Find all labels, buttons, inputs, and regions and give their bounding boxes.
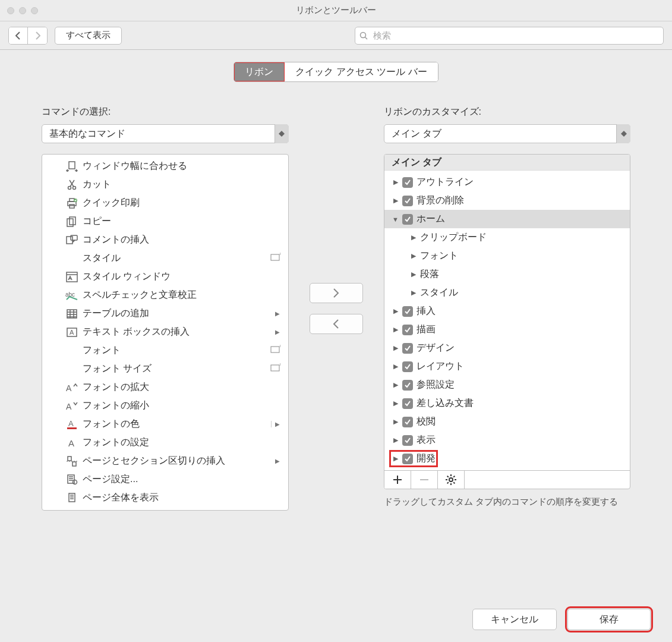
command-item[interactable]: フォントI xyxy=(42,341,288,360)
back-button[interactable] xyxy=(9,27,28,44)
command-item[interactable]: コピー xyxy=(42,212,288,231)
disclosure-triangle-right-icon[interactable]: ▶ xyxy=(392,418,400,426)
checkbox[interactable] xyxy=(402,214,413,225)
ribbon-tree-label: レイアウト xyxy=(417,360,464,373)
svg-text:A: A xyxy=(68,419,74,428)
command-item-label: テーブルの追加 xyxy=(83,307,149,320)
ribbon-tree-row[interactable]: ▶アウトライン xyxy=(384,173,630,191)
settings-button[interactable] xyxy=(438,471,465,489)
command-item[interactable]: ページ設定... xyxy=(42,470,288,489)
command-item[interactable]: Aフォントの色▶ xyxy=(42,415,288,433)
command-item[interactable]: abcスペルチェックと文章校正 xyxy=(42,286,288,304)
commands-list[interactable]: ウィンドウ幅に合わせるカットクイック印刷コピーコメントの挿入スタイルIスタイル … xyxy=(42,154,289,511)
ribbon-tree-row[interactable]: ▶フォント xyxy=(384,247,630,265)
cancel-button[interactable]: キャンセル xyxy=(472,609,557,630)
command-item[interactable]: カット xyxy=(42,175,288,194)
ribbon-tree-row[interactable]: ▶挿入 xyxy=(384,302,630,320)
checkbox[interactable] xyxy=(402,196,413,206)
tab-quick-access-toolbar[interactable]: クイック アクセス ツール バー xyxy=(285,62,437,81)
plus-icon xyxy=(393,475,402,484)
ribbon-tree-row[interactable]: ▶参照設定 xyxy=(384,376,630,394)
command-item[interactable]: Aフォントの拡大 xyxy=(42,378,288,396)
spell-icon: abc xyxy=(65,291,79,300)
ribbon-tree-row[interactable]: ▶デザイン xyxy=(384,339,630,357)
disclosure-triangle-right-icon[interactable]: ▶ xyxy=(392,178,400,186)
ribbon-tree-row[interactable]: ▶開発 xyxy=(384,449,630,468)
disclosure-triangle-right-icon[interactable]: ▶ xyxy=(409,234,418,241)
commands-panel: コマンドの選択: 基本的なコマンド ウィンドウ幅に合わせるカットクイック印刷コピ… xyxy=(42,106,289,511)
command-item[interactable]: テーブルの追加▶ xyxy=(42,304,288,323)
disclosure-triangle-right-icon[interactable]: ▶ xyxy=(392,307,400,315)
ribbon-tree[interactable]: メイン タブ ▶アウトライン▶背景の削除▼ホーム▶クリップボード▶フォント▶段落… xyxy=(384,154,631,489)
disclosure-triangle-right-icon[interactable]: ▶ xyxy=(392,399,400,407)
customize-dropdown[interactable]: メイン タブ xyxy=(384,124,631,143)
command-item[interactable]: ページ全体を表示 xyxy=(42,489,288,507)
disclosure-triangle-right-icon[interactable]: ▶ xyxy=(392,197,400,204)
ribbon-tree-row[interactable]: ▶段落 xyxy=(384,265,630,284)
ribbon-tree-row[interactable]: ▶差し込み文書 xyxy=(384,394,630,413)
ribbon-tree-row[interactable]: ▶スタイル xyxy=(384,284,630,302)
checkbox[interactable] xyxy=(402,306,413,317)
submenu-arrow-icon: ▶ xyxy=(271,421,280,427)
text-field-indicator-icon: I xyxy=(270,345,282,357)
disclosure-triangle-right-icon[interactable]: ▶ xyxy=(392,344,400,352)
disclosure-triangle-right-icon[interactable]: ▶ xyxy=(392,436,400,444)
gear-icon xyxy=(446,474,456,485)
forward-button[interactable] xyxy=(28,27,47,44)
command-item[interactable]: スタイル ウィンドウ xyxy=(42,268,288,286)
disclosure-triangle-right-icon[interactable]: ▶ xyxy=(392,381,400,389)
checkbox[interactable] xyxy=(402,398,413,409)
ribbon-tree-row[interactable]: ▶背景の削除 xyxy=(384,191,630,210)
command-item[interactable]: Aテキスト ボックスの挿入▶ xyxy=(42,323,288,341)
ribbon-tree-label: ホーム xyxy=(417,213,445,225)
disclosure-triangle-right-icon[interactable]: ▶ xyxy=(409,289,418,297)
tab-ribbon[interactable]: リボン xyxy=(234,62,285,81)
search-input[interactable] xyxy=(355,27,664,45)
command-item[interactable]: クイック印刷 xyxy=(42,194,288,212)
show-all-button[interactable]: すべて表示 xyxy=(55,27,122,45)
preferences-toolbar: すべて表示 xyxy=(0,21,672,50)
add-command-button[interactable] xyxy=(310,283,363,303)
checkbox[interactable] xyxy=(402,454,413,464)
command-item[interactable]: ページとセクション区切りの挿入▶ xyxy=(42,452,288,470)
add-tab-button[interactable] xyxy=(384,471,411,489)
command-item[interactable]: スタイルI xyxy=(42,249,288,268)
svg-rect-15 xyxy=(67,272,77,282)
disclosure-triangle-right-icon[interactable]: ▶ xyxy=(392,326,400,333)
ribbon-tree-row[interactable]: ▶校閲 xyxy=(384,413,630,431)
ribbon-tree-row[interactable]: ▶クリップボード xyxy=(384,228,630,247)
font-grow-icon: A xyxy=(65,383,79,392)
checkbox[interactable] xyxy=(402,380,413,391)
textbox-icon: A xyxy=(65,327,79,338)
disclosure-triangle-right-icon[interactable]: ▶ xyxy=(392,455,400,462)
svg-point-4 xyxy=(73,186,76,189)
command-item[interactable]: ウィンドウ幅に合わせる xyxy=(42,157,288,175)
checkbox[interactable] xyxy=(402,343,413,354)
command-item[interactable]: Aフォントの設定 xyxy=(42,433,288,452)
disclosure-triangle-right-icon[interactable]: ▶ xyxy=(392,363,400,370)
ribbon-tree-row[interactable]: ▶表示 xyxy=(384,431,630,449)
disclosure-triangle-down-icon[interactable]: ▼ xyxy=(392,216,400,223)
ribbon-tree-row[interactable]: ▶描画 xyxy=(384,320,630,339)
command-item[interactable]: Aフォントの縮小 xyxy=(42,396,288,415)
checkbox[interactable] xyxy=(402,361,413,372)
table-icon xyxy=(65,309,79,319)
ribbon-tree-row[interactable]: ▼ホーム xyxy=(384,210,630,228)
ribbon-tree-row[interactable]: ▶レイアウト xyxy=(384,357,630,376)
checkbox[interactable] xyxy=(402,417,413,427)
disclosure-triangle-right-icon[interactable]: ▶ xyxy=(409,270,418,278)
remove-command-button[interactable] xyxy=(310,314,363,334)
save-button[interactable]: 保存 xyxy=(567,609,651,630)
checkbox[interactable] xyxy=(402,177,413,188)
checkbox[interactable] xyxy=(402,325,413,335)
ribbon-tree-label: 校閲 xyxy=(417,416,436,428)
commands-dropdown[interactable]: 基本的なコマンド xyxy=(42,124,289,143)
command-item[interactable]: フォント サイズI xyxy=(42,360,288,378)
checkbox[interactable] xyxy=(402,435,413,446)
command-item[interactable]: コメントの挿入 xyxy=(42,231,288,249)
command-item-label: クイック印刷 xyxy=(83,197,140,209)
disclosure-triangle-right-icon[interactable]: ▶ xyxy=(409,252,418,260)
ribbon-tree-label: デザイン xyxy=(417,342,455,354)
remove-tab-button[interactable] xyxy=(411,471,438,489)
svg-rect-12 xyxy=(71,235,77,240)
